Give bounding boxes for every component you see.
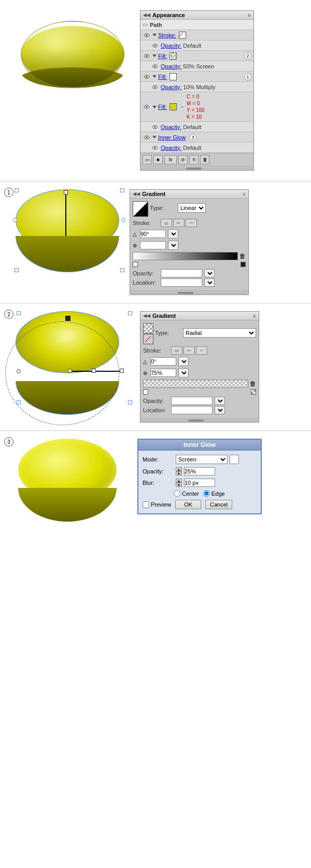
gradient-location-dropdown[interactable]: ▼ [204,278,215,287]
ig-center-radio[interactable] [174,490,180,497]
gradient-location-input[interactable] [161,278,202,287]
eye-icon-stroke[interactable] [143,32,151,38]
inner-glow-label[interactable]: Inner Glow [158,134,186,141]
fill1-label[interactable]: Fill: [158,74,167,80]
radial-scrollbar[interactable] [140,418,259,422]
panel-collapse-arrows[interactable]: ◀◀ [143,12,150,18]
radial-stroke-btn-1[interactable]: ▭ [171,346,182,355]
gradient-handle-left[interactable] [133,262,138,267]
opacity-label-fill2[interactable]: Opacity: [161,63,181,69]
copy-button[interactable]: ⎘ [189,155,199,164]
ig-opacity-up[interactable]: ▲ [176,467,182,471]
gradient-delete-icon[interactable]: 🗑 [239,253,246,260]
eye-icon-opacity-yellow[interactable] [151,124,159,130]
radial-angle-input[interactable] [150,357,176,366]
radial-stroke-btn-3[interactable]: ⟝ [196,346,207,355]
radial-swatch-1[interactable] [143,323,153,333]
eye-icon-opacity-fill2[interactable] [151,63,159,69]
ig-opacity-input[interactable] [184,467,215,475]
fill-yellow-label[interactable]: Fill: [158,104,167,110]
stroke-btn-3[interactable]: ⟝ [186,219,197,227]
fill1-expand-arrow[interactable] [152,75,157,78]
radial-type-select[interactable]: Radial Linear [183,328,256,338]
gradient-handle-right[interactable] [241,262,246,267]
gradient-radial-collapse[interactable]: ◀◀ [143,313,150,318]
ig-mode-select[interactable]: Screen Multiply Normal [176,455,228,464]
radial-handle-left[interactable] [143,389,148,395]
ig-opacity-down[interactable]: ▼ [176,471,182,475]
eye-icon-fill-yellow[interactable] [143,104,151,110]
gradient-aspect-input[interactable] [140,241,166,249]
ig-center-label[interactable]: Center [174,490,199,497]
eye-icon-opacity-fill1[interactable] [151,84,159,90]
radial-location-input[interactable] [171,406,213,414]
eye-icon-fill2[interactable] [143,53,151,59]
radial-delete-icon[interactable]: 🗑 [250,380,256,387]
radial-location-dropdown[interactable]: ▼ [215,406,225,414]
opacity-label-fill1[interactable]: Opacity: [161,84,181,90]
radial-swatch-2[interactable] [143,334,153,344]
delete-button[interactable]: 🗑 [200,155,209,164]
gradient-aspect-dropdown[interactable]: ▼ [168,241,178,250]
radial-stroke-btn-2[interactable]: ⟜ [183,346,195,355]
radial-handle-right[interactable] [251,389,256,395]
gradient-scrollbar[interactable] [130,290,248,295]
radial-opacity-input[interactable] [171,397,213,405]
ig-blur-spinner: ▲ ▼ [176,479,182,487]
opacity-label-stroke[interactable]: Opacity: [161,43,181,49]
fill-yellow-swatch[interactable] [169,103,177,110]
stroke-swatch[interactable] [179,32,186,39]
pill-linear-bottom [16,236,119,272]
stroke-expand-arrow[interactable] [152,34,157,36]
gradient-menu-icon[interactable]: ≡ [243,191,246,197]
add-fill-button[interactable]: ■ [153,155,163,164]
ig-ok-button[interactable]: OK [175,500,201,509]
opacity-row-yellow: Opacity: Default [140,122,253,132]
gradient-preview-swatch[interactable] [133,201,148,217]
radial-aspect-icon: ⊚ [143,370,147,376]
stroke-label[interactable]: Stroke: [158,32,176,38]
gradient-collapse-arrows[interactable]: ◀◀ [133,191,140,197]
opacity-label-inner-glow[interactable]: Opacity: [161,145,181,151]
eye-icon-fill1[interactable] [143,74,151,80]
stroke-btn-2[interactable]: ⟜ [173,219,185,227]
ig-preview-label[interactable]: Preview [143,501,171,508]
ig-edge-radio[interactable] [203,490,210,497]
fill2-swatch[interactable] [169,52,177,60]
eye-icon-inner-glow[interactable] [143,134,151,141]
ig-color-swatch[interactable] [230,455,239,464]
ig-blur-up[interactable]: ▲ [176,479,182,483]
ig-cancel-button[interactable]: Cancel [205,500,232,509]
fill1-swatch[interactable] [169,73,177,80]
appearance-scrollbar[interactable] [140,166,253,170]
ig-edge-label[interactable]: Edge [203,490,225,497]
ig-preview-checkbox[interactable] [143,501,149,508]
gradient-bar[interactable] [133,252,238,260]
gradient-angle-input[interactable] [140,230,166,238]
add-stroke-button[interactable]: ▭ [143,155,152,164]
radial-gradient-bar[interactable] [143,380,248,388]
radial-angle-dropdown[interactable]: ▼ [178,357,189,366]
opacity-label-yellow[interactable]: Opacity: [161,124,181,130]
ig-blur-input[interactable] [184,479,215,487]
eye-icon-opacity-inner-glow[interactable] [151,145,159,151]
fx-button[interactable]: fx [164,155,177,164]
eye-icon-opacity-stroke[interactable] [151,43,159,49]
stroke-btn-1[interactable]: ▭ [161,219,172,227]
gradient-opacity-dropdown[interactable]: ▼ [204,269,215,277]
inner-glow-expand-arrow[interactable] [152,136,157,138]
no-icon-button[interactable]: ⊘ [178,155,188,164]
gradient-angle-dropdown[interactable]: ▼ [168,229,178,239]
inner-glow-title-text: Inner Glow [183,441,216,449]
ig-blur-down[interactable]: ▼ [176,483,182,487]
fill-yellow-expand-arrow[interactable] [152,106,157,108]
radial-aspect-input[interactable] [150,369,176,377]
gradient-type-select[interactable]: Linear Radial [178,203,206,213]
panel-menu-icon[interactable]: ≡ [248,12,251,18]
gradient-radial-menu-icon[interactable]: ≡ [253,313,256,319]
gradient-opacity-input[interactable] [161,269,202,277]
fill2-expand-arrow[interactable] [152,54,157,57]
fill2-label[interactable]: Fill: [158,53,167,59]
radial-aspect-dropdown[interactable]: ▼ [178,368,189,377]
radial-opacity-dropdown[interactable]: ▼ [215,397,225,405]
